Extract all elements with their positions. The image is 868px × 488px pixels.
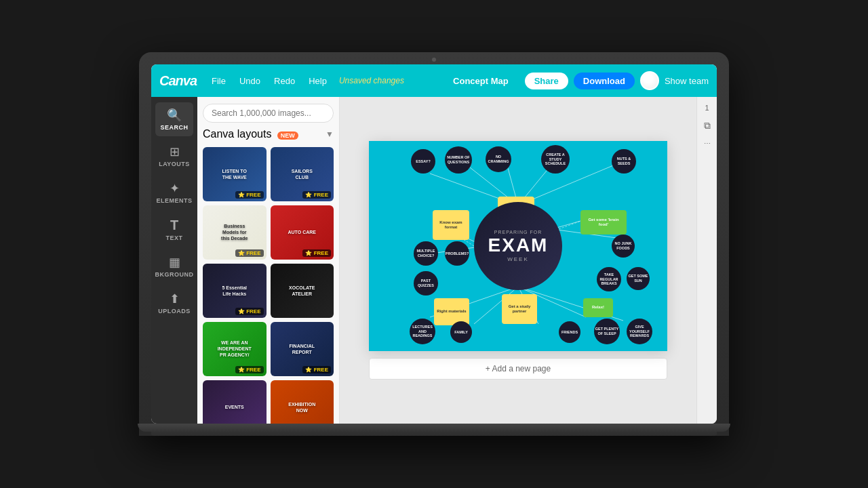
node-friends: FRIENDS	[559, 321, 580, 343]
right-panel: 1 ⧉ ⋯	[696, 97, 717, 424]
canva-app: Canva File Undo Redo Help Unsaved change…	[151, 64, 717, 424]
add-page-button[interactable]: + Add a new page	[369, 358, 667, 380]
mindmap-center: PREPARING FOR EXAM WEEK	[474, 202, 562, 290]
sidebar-item-background[interactable]: ▦ BKGROUND	[155, 249, 193, 283]
undo-button[interactable]: Undo	[235, 73, 264, 89]
node-essay: ESSAY?	[411, 149, 435, 174]
file-button[interactable]: File	[208, 73, 230, 89]
canvas-area: PREPARING FOR EXAM WEEK ESSAY? NUMBER OF…	[340, 97, 696, 424]
sidebar-item-text[interactable]: T TEXT	[155, 212, 193, 247]
sidebar-item-elements[interactable]: ✦ ELEMENTS	[155, 176, 193, 209]
sidebar-item-uploads[interactable]: ⬆ UPLOADS	[155, 286, 193, 320]
canva-logo: Canva	[159, 73, 197, 89]
unsaved-indicator: Unsaved changes	[339, 76, 404, 85]
node-rewards: GIVE YOURSELF REWARDS	[627, 319, 652, 344]
laptop-frame: Canva File Undo Redo Help Unsaved change…	[139, 52, 729, 436]
sidebar-item-label: BKGROUND	[155, 271, 194, 278]
laptop-screen: Canva File Undo Redo Help Unsaved change…	[151, 64, 717, 424]
node-partner: Get a study partner	[502, 294, 537, 324]
layouts-icon: ⊞	[170, 144, 180, 159]
topbar: Canva File Undo Redo Help Unsaved change…	[151, 64, 717, 97]
node-exam-format: Know exam format	[433, 210, 469, 240]
sidebar-item-label: SEARCH	[160, 124, 188, 131]
sidebar-item-label: ELEMENTS	[157, 197, 193, 204]
node-questions: NUMBER OF QUESTIONS	[445, 146, 472, 174]
main-area: 🔍 SEARCH ⊞ LAYOUTS ✦ ELEMENTS T TEXT	[151, 97, 717, 424]
template-card[interactable]: AUTO CARE ⭐ FREE	[271, 205, 334, 260]
sidebar-item-label: LAYOUTS	[159, 161, 190, 167]
node-schedule: CREATE A STUDY SCHEDULE	[541, 145, 570, 174]
filter-arrow[interactable]: ▼	[326, 129, 334, 139]
node-lectures: LECTURES AND READINGS	[410, 319, 435, 344]
help-button[interactable]: Help	[304, 73, 331, 89]
node-nuts: NUTS & SEEDS	[612, 149, 636, 174]
download-button[interactable]: Download	[574, 73, 635, 89]
search-icon: 🔍	[167, 108, 182, 123]
background-icon: ▦	[169, 255, 180, 270]
camera	[432, 58, 436, 62]
node-brain-food: Get some 'brain food'	[580, 210, 627, 235]
node-relax: Relax!	[583, 298, 613, 317]
sidebar-item-label: TEXT	[165, 235, 182, 241]
page-number: 1	[705, 104, 709, 112]
node-sleep: GET PLENTY OF SLEEP	[594, 319, 620, 344]
elements-icon: ✦	[170, 181, 180, 196]
document-title: Concept Map	[453, 76, 509, 86]
filter-label: Canva layouts NEW	[203, 128, 298, 140]
canvas-page[interactable]: PREPARING FOR EXAM WEEK ESSAY? NUMBER OF…	[369, 141, 667, 351]
node-breaks: TAKE REGULAR BREAKS	[597, 267, 621, 291]
templates-panel: Canva layouts NEW ▼ LISTEN TOTHE WAVE ⭐ …	[197, 97, 340, 424]
node-nojunk: NO JUNK FOODS	[612, 235, 635, 258]
node-cramming: NO CRAMMING	[486, 146, 511, 172]
copy-icon[interactable]: ⧉	[704, 120, 711, 131]
template-card[interactable]: WE ARE ANINDEPENDENTPR AGENCY/ ⭐ FREE	[203, 322, 267, 376]
template-card[interactable]: FINANCIALREPORT ⭐ FREE	[271, 322, 334, 376]
node-multiple: MULTIPLE CHOICE?	[414, 241, 438, 266]
node-family: FAMILY	[450, 321, 472, 343]
redo-button[interactable]: Redo	[270, 73, 299, 89]
node-problems: PROBLEMS?	[445, 241, 469, 266]
template-card[interactable]: SAILORSCLUB ⭐ FREE	[271, 147, 334, 201]
share-button[interactable]: Share	[525, 73, 568, 89]
template-card[interactable]: XOCOLATEATELIER	[271, 264, 334, 318]
template-card[interactable]: 5 EssentialLife Hacks ⭐ FREE	[203, 264, 267, 318]
show-team-button[interactable]: Show team	[665, 76, 709, 86]
template-card[interactable]: BusinessModels forthis Decade ⭐ FREE	[203, 205, 267, 260]
canvas-content: PREPARING FOR EXAM WEEK ESSAY? NUMBER OF…	[369, 141, 667, 351]
laptop-bottom	[151, 424, 717, 436]
text-icon: T	[170, 218, 178, 233]
node-sun: GET SOME SUN	[627, 267, 650, 290]
template-card[interactable]: LISTEN TOTHE WAVE ⭐ FREE	[203, 147, 267, 201]
search-input[interactable]	[203, 104, 334, 123]
sidebar-item-search[interactable]: 🔍 SEARCH	[155, 102, 193, 136]
new-badge: NEW	[277, 131, 298, 140]
sidebar: 🔍 SEARCH ⊞ LAYOUTS ✦ ELEMENTS T TEXT	[151, 97, 197, 424]
template-card[interactable]: EVENTS ⭐ FREE	[203, 380, 267, 424]
template-card[interactable]: EXHIBITIONNOW ⭐ FREE	[271, 380, 334, 424]
template-grid: LISTEN TOTHE WAVE ⭐ FREE SAILORSCLUB ⭐ F…	[203, 147, 334, 424]
more-icon[interactable]: ⋯	[704, 140, 711, 147]
laptop-base	[138, 424, 730, 432]
avatar	[640, 71, 659, 90]
sidebar-item-layouts[interactable]: ⊞ LAYOUTS	[155, 139, 193, 173]
filter-row: Canva layouts NEW ▼	[203, 128, 334, 140]
uploads-icon: ⬆	[170, 291, 180, 306]
node-quizzes: PAST QUIZZES	[414, 271, 438, 296]
sidebar-item-label: UPLOADS	[158, 308, 191, 314]
